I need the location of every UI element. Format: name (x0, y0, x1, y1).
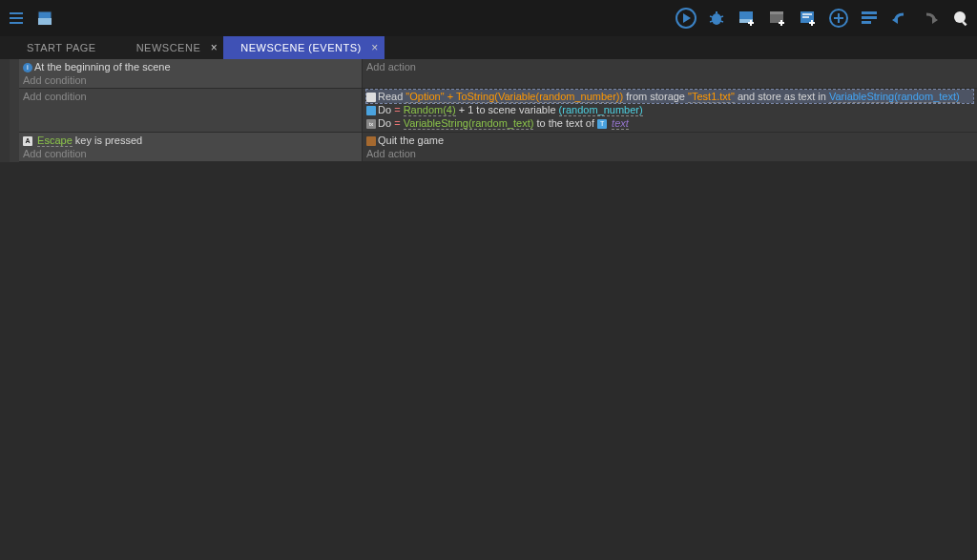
svg-line-12 (720, 21, 723, 22)
tab-label: NEWSCENE (EVENTS) (240, 42, 361, 53)
svg-rect-18 (770, 11, 783, 14)
info-icon: i (23, 63, 32, 73)
conditions-column[interactable]: Add condition (19, 89, 363, 133)
condition-key-pressed[interactable]: A Escape key is pressed (23, 134, 358, 147)
add-condition-link[interactable]: Add condition (23, 90, 358, 103)
tab-bar: START PAGE NEWSCENE × NEWSCENE (EVENTS) … (0, 36, 977, 59)
project-manager-icon[interactable] (6, 8, 27, 29)
action-store: and store as text in (735, 91, 829, 102)
text-object-icon: T (597, 119, 607, 129)
tab-newscene[interactable]: NEWSCENE × (119, 36, 224, 59)
svg-rect-28 (834, 17, 843, 19)
action-mid: from storage (623, 91, 688, 102)
actions-column[interactable]: Add action (363, 59, 977, 89)
variable-icon (366, 106, 376, 115)
svg-rect-30 (862, 16, 877, 19)
svg-rect-16 (748, 22, 754, 24)
file-icon (366, 93, 376, 102)
condition-text: At the beginning of the scene (34, 61, 171, 73)
svg-point-7 (712, 13, 721, 25)
toggle-view-icon[interactable] (859, 8, 880, 29)
svg-rect-25 (809, 22, 815, 24)
text-icon: tx (366, 119, 376, 129)
actions-column[interactable]: Read "Option" + ToString(Variable(random… (363, 89, 977, 133)
toolbar (0, 0, 977, 36)
key-token: Escape (37, 135, 73, 147)
svg-line-11 (710, 21, 713, 22)
close-icon[interactable]: × (371, 41, 379, 54)
add-action-link[interactable]: Add action (366, 60, 973, 73)
gutter-inner[interactable] (10, 133, 19, 162)
add-scene-icon[interactable] (737, 8, 758, 29)
equals-token: = (394, 104, 400, 115)
gutter-inner[interactable] (10, 89, 19, 133)
variable-token: (random_number) (559, 104, 643, 116)
svg-line-10 (720, 16, 723, 17)
gutter[interactable] (0, 89, 10, 133)
svg-rect-22 (802, 13, 812, 15)
svg-rect-4 (38, 18, 52, 25)
svg-marker-6 (683, 13, 691, 23)
svg-rect-2 (10, 22, 23, 24)
svg-rect-23 (802, 16, 809, 18)
plus-token: + 1 (456, 104, 474, 115)
svg-rect-20 (779, 22, 784, 24)
equals-token: = (394, 117, 400, 129)
tab-start-page[interactable]: START PAGE (10, 36, 119, 59)
action-prefix: Do (378, 117, 394, 129)
svg-rect-0 (10, 12, 23, 14)
action-mid: to the text of (533, 117, 597, 129)
expression-token: VariableString(random_text) (404, 117, 534, 130)
gutter[interactable] (0, 133, 10, 162)
action-set-text[interactable]: txDo = VariableString(random_text) to th… (366, 116, 973, 130)
svg-rect-29 (862, 11, 877, 14)
storage-token: "Test1.txt" (688, 91, 735, 103)
event-row: A Escape key is pressed Add condition Qu… (0, 133, 977, 162)
add-condition-link[interactable]: Add condition (23, 147, 358, 160)
debug-icon[interactable] (706, 8, 727, 29)
tab-newscene-events[interactable]: NEWSCENE (EVENTS) × (223, 36, 384, 59)
action-prefix: Read (378, 91, 405, 102)
undo-icon[interactable] (889, 8, 910, 29)
add-comment-icon[interactable] (798, 8, 819, 29)
tab-label: START PAGE (27, 42, 96, 53)
action-mid: to scene variable (473, 104, 558, 115)
add-event-icon[interactable] (767, 8, 788, 29)
action-prefix: Do (378, 104, 394, 115)
search-icon[interactable] (950, 8, 971, 29)
conditions-column[interactable]: A Escape key is pressed Add condition (19, 133, 363, 162)
event-row: Add condition Read "Option" + ToString(V… (0, 89, 977, 133)
scene-editor-icon[interactable] (34, 8, 55, 29)
action-quit-game[interactable]: Quit the game (366, 134, 973, 147)
action-read-storage[interactable]: Read "Option" + ToString(Variable(random… (366, 90, 973, 103)
play-icon[interactable] (676, 8, 696, 29)
redo-icon[interactable] (920, 8, 941, 29)
close-icon[interactable]: × (211, 41, 218, 54)
svg-rect-31 (862, 21, 871, 24)
expression-token: "Option" + ToString(Variable(random_numb… (405, 91, 623, 103)
keyboard-icon: A (23, 136, 32, 146)
expression-token: Random(4) (404, 104, 456, 116)
events-editor: iAt the beginning of the scene Add condi… (0, 59, 977, 162)
event-row: iAt the beginning of the scene Add condi… (0, 59, 977, 89)
action-text: Quit the game (378, 135, 444, 146)
svg-rect-1 (10, 17, 23, 19)
svg-line-9 (710, 16, 713, 17)
svg-point-34 (954, 11, 966, 23)
action-set-scene-variable[interactable]: Do = Random(4) + 1 to scene variable (ra… (366, 103, 973, 116)
condition-begin-scene[interactable]: iAt the beginning of the scene (23, 60, 358, 73)
variable-token: VariableString(random_text) (829, 91, 960, 103)
add-condition-link[interactable]: Add condition (23, 73, 358, 87)
add-action-link[interactable]: Add action (366, 147, 973, 160)
add-sub-event-icon[interactable] (828, 8, 849, 29)
actions-column[interactable]: Quit the game Add action (363, 133, 977, 162)
gutter[interactable] (0, 59, 10, 89)
condition-rest: key is pressed (73, 135, 142, 146)
tab-label: NEWSCENE (136, 42, 201, 53)
gutter-inner[interactable] (10, 59, 19, 89)
quit-icon (366, 136, 376, 146)
conditions-column[interactable]: iAt the beginning of the scene Add condi… (19, 59, 363, 89)
object-token: text (612, 117, 629, 130)
